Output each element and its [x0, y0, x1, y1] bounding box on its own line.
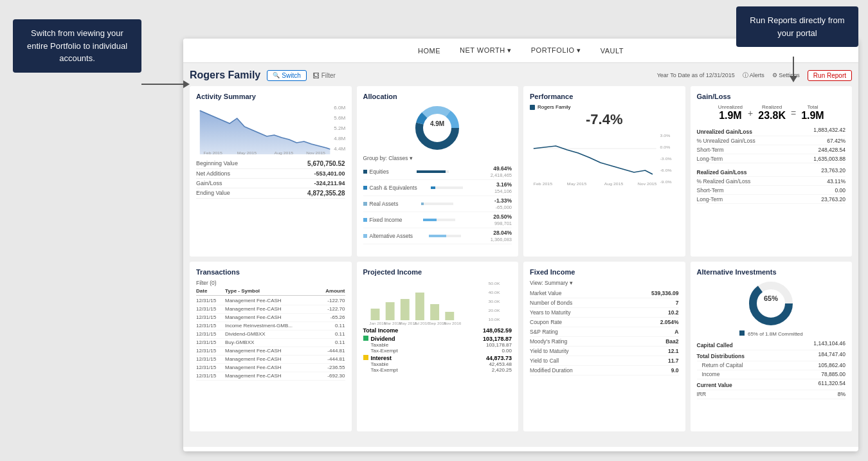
alt-title: Alternative Investments [697, 268, 846, 276]
trans-rows: 12/31/15 Management Fee-CASH -122.70 12/… [196, 297, 345, 381]
svg-text:May 2015: May 2015 [567, 181, 587, 186]
fi-coupon: Coupon Rate 2.054% [530, 318, 679, 327]
svg-text:Nov 2015: Nov 2015 [638, 181, 657, 185]
fi-view[interactable]: View: Summary ▾ [530, 280, 679, 286]
nav-vault[interactable]: VAULT [601, 47, 624, 55]
svg-rect-33 [415, 293, 424, 320]
fi-bonds: Number of Bonds 7 [530, 298, 679, 308]
svg-text:Aug 2015: Aug 2015 [604, 181, 624, 186]
svg-text:May 2015: May 2015 [237, 150, 257, 155]
table-row: 12/31/15 Management Fee-CASH -444.81 [196, 347, 345, 356]
svg-text:-9.0%: -9.0% [660, 179, 672, 183]
interest-legend-icon [363, 355, 368, 360]
svg-text:3.0%: 3.0% [660, 133, 671, 137]
stat-beginning: Beginning Value 5,670,750.52 [196, 159, 345, 169]
proj-title: Projected Income [363, 268, 512, 276]
nav-home[interactable]: HOME [418, 47, 440, 55]
fi-duration: Modified Duration 9.0 [530, 366, 679, 375]
svg-text:-6.0%: -6.0% [660, 168, 672, 172]
svg-text:20.0K: 20.0K [488, 308, 500, 312]
table-row: 12/31/15 Dividend-GMBXX 0.11 [196, 330, 345, 339]
svg-rect-30 [370, 309, 379, 320]
tooltip-left: Switch from viewing your entire Portfoli… [13, 19, 141, 73]
stat-gainloss: Gain/Loss -324,211.94 [196, 179, 345, 188]
gl-st-unrealized: Short-Term 248,428.54 [697, 145, 846, 154]
alt-current-value: Current Value 611,320.54 [697, 379, 846, 390]
gainloss-card: Gain/Loss Unrealized 1.9M + Realized 23.… [691, 86, 853, 257]
svg-rect-34 [430, 304, 439, 320]
gl-st-realized: Short-Term 0.00 [697, 186, 846, 195]
perf-chart: 3.0% 0.0% -3.0% -6.0% -9.0% Feb 2015 May [530, 131, 679, 182]
svg-rect-31 [385, 302, 394, 320]
activity-summary-card: Activity Summary 6.0M 5.6M 5.2M 4.8M 4.4… [190, 86, 352, 257]
fi-yield-maturity: Yield to Maturity 12.1 [530, 347, 679, 356]
proj-chart: 50.0K 40.0K 30.0K 20.0K 10.0K [363, 280, 512, 325]
svg-text:50.0K: 50.0K [488, 281, 500, 285]
svg-text:40.0K: 40.0K [488, 290, 500, 294]
transactions-title: Transactions [196, 268, 345, 276]
fi-years-maturity: Years to Maturity 10.2 [530, 308, 679, 318]
alloc-equities: Equities 49.64%2,418,465 [363, 164, 512, 180]
gainloss-title: Gain/Loss [697, 93, 846, 100]
svg-text:4.9M: 4.9M [430, 120, 444, 127]
svg-text:10.0K: 10.0K [488, 317, 500, 321]
alt-income: Income 78,885.00 [697, 370, 846, 379]
svg-rect-35 [445, 312, 454, 320]
browser-frame: HOME NET WORTH ▾ PORTFOLIO ▾ VAULT Roger… [183, 39, 858, 451]
alerts-label: ⓘ Alerts [743, 71, 764, 80]
run-report-button[interactable]: Run Report [808, 70, 852, 81]
page-title: Rogers Family [190, 69, 260, 81]
activity-title: Activity Summary [196, 93, 345, 100]
title-area: Rogers Family 🔍 Switch ⛾ Filter [190, 69, 336, 81]
header-right: Year To Date as of 12/31/2015 ⓘ Alerts ⚙… [657, 70, 852, 81]
proj-interest: Interest 44,873.73 Taxable 42,453.48 Tax… [363, 355, 512, 373]
alloc-cash: Cash & Equivalents 3.16%154,106 [363, 180, 512, 196]
svg-text:4.4M: 4.4M [334, 147, 345, 152]
svg-text:-3.0%: -3.0% [660, 156, 672, 160]
stat-additions: Net Additions -553,401.00 [196, 169, 345, 179]
svg-text:5.2M: 5.2M [334, 126, 345, 131]
main-grid: Activity Summary 6.0M 5.6M 5.2M 4.8M 4.4… [190, 86, 852, 431]
alloc-real: Real Assets -1.33%-65,000 [363, 196, 512, 212]
stat-ending: Ending Value 4,872,355.28 [196, 188, 345, 199]
transactions-card: Transactions Filter (0) Date Type - Symb… [190, 262, 352, 432]
alt-capital-called: Capital Called 1,143,104.46 [697, 339, 846, 350]
proj-dividend: Dividend 103,178.87 Taxable 103,178.87 T… [363, 336, 512, 354]
gl-pct-realized: % Realized Gain/Loss 43.11% [697, 177, 846, 186]
performance-card: Performance Rogers Family -7.4% 3.0% 0.0… [523, 86, 685, 257]
alt-irr: IRR 8% [697, 390, 846, 399]
alt-investments-card: Alternative Investments 65% 65% of 1.8M … [691, 262, 853, 432]
svg-text:Nov 2015: Nov 2015 [306, 150, 325, 154]
alloc-fixed: Fixed Income 20.50%998,701 [363, 212, 512, 228]
svg-text:Nov 2016: Nov 2016 [444, 321, 462, 325]
proj-total: Total Income 148,052.59 [363, 327, 512, 334]
tooltip-right: Run Reports directly from your portal [736, 6, 858, 47]
gl-summary: Unrealized 1.9M + Realized 23.8K = Total… [697, 104, 846, 122]
arrow-down [790, 57, 797, 82]
table-row: 12/31/15 Buy-GMBXX 0.11 [196, 339, 345, 347]
table-row: 12/31/15 Management Fee-CASH -65.26 [196, 314, 345, 322]
alt-total-dist: Total Distributions 184,747.40 [697, 350, 846, 361]
projected-income-card: Projected Income 50.0K 40.0K 30.0K 20.0K… [357, 262, 519, 432]
allocation-donut: 4.9M [363, 104, 512, 152]
allocation-title: Allocation [363, 93, 512, 100]
filter-button[interactable]: ⛾ Filter [313, 72, 336, 79]
allocation-card: Allocation 4.9M Group by: Classes ▾ [357, 86, 519, 257]
date-label: Year To Date as of 12/31/2015 [657, 72, 735, 78]
alt-return-capital: Return of Capital 105,862.40 [697, 361, 846, 370]
nav-networth[interactable]: NET WORTH ▾ [460, 46, 512, 55]
trans-filter: Filter (0) [196, 280, 345, 286]
switch-button[interactable]: 🔍 Switch [267, 70, 306, 81]
svg-text:Feb 2015: Feb 2015 [534, 181, 553, 185]
svg-text:5.6M: 5.6M [334, 116, 345, 121]
gl-pct-unrealized: % Unrealized Gain/Loss 67.42% [697, 136, 846, 145]
svg-text:Aug 2015: Aug 2015 [275, 150, 294, 155]
perf-legend: Rogers Family [530, 104, 679, 110]
allocation-rows: Equities 49.64%2,418,465 Cash & Equivale… [363, 164, 512, 244]
dash-header: Rogers Family 🔍 Switch ⛾ Filter Year To … [190, 69, 852, 81]
fi-moodys: Moody's Rating Baa2 [530, 337, 679, 347]
svg-text:Jul 2016: Jul 2016 [413, 321, 429, 325]
nav-portfolio[interactable]: PORTFOLIO ▾ [531, 46, 581, 55]
alt-donut: 65% [697, 280, 846, 328]
group-by[interactable]: Group by: Classes ▾ [363, 155, 512, 161]
